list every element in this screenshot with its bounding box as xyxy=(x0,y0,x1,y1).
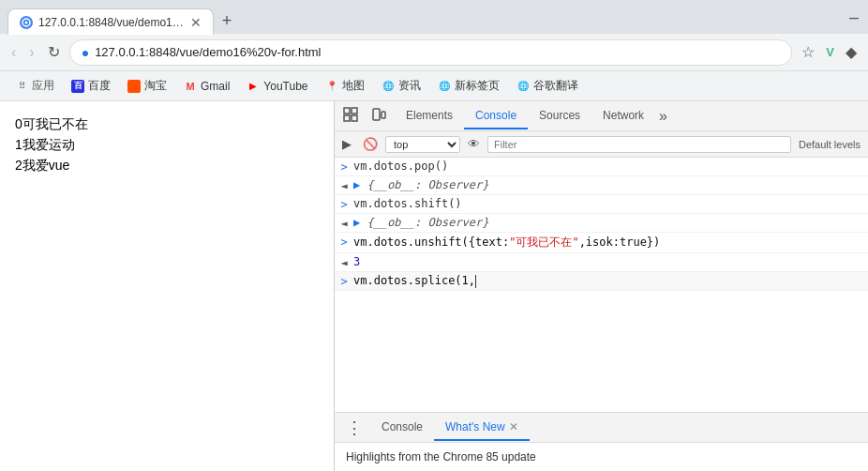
title-bar: 127.0.0.1:8848/vue/demo16 v... ✕ + – xyxy=(0,0,868,34)
bookmark-maps-label: 地图 xyxy=(342,78,365,94)
apps-icon: ⠿ xyxy=(15,80,28,93)
inspect-element-button[interactable] xyxy=(338,104,363,128)
back-button[interactable]: ‹ xyxy=(7,40,20,65)
svg-rect-7 xyxy=(382,112,385,118)
new-tab-button[interactable]: + xyxy=(214,8,240,34)
bookmark-translate-label: 谷歌翻译 xyxy=(533,78,578,94)
svg-rect-2 xyxy=(344,108,350,114)
url-text: 127.0.0.1:8848/vue/demo16%20v-for.html xyxy=(95,45,780,59)
taobao-icon: ☀ xyxy=(127,80,141,93)
bottom-tab-whats-new-label: What's New xyxy=(445,420,505,433)
console-arrow-2: ◄ xyxy=(335,178,353,192)
console-arrow-6: ◄ xyxy=(335,255,353,269)
bottom-tab-close-button[interactable]: ✕ xyxy=(509,420,518,433)
bookmark-news[interactable]: 🌐 资讯 xyxy=(374,74,428,98)
newtab-icon: 🌐 xyxy=(438,80,451,93)
bookmark-apps-label: 应用 xyxy=(32,78,54,94)
bookmark-youtube[interactable]: ▶ YouTube xyxy=(239,76,315,97)
svg-rect-3 xyxy=(352,108,357,114)
bookmark-taobao[interactable]: ☀ 淘宝 xyxy=(120,74,174,98)
list-text-1: 我爱运动 xyxy=(22,137,75,152)
console-content-3: vm.dotos.shift() xyxy=(353,197,864,210)
forward-button[interactable]: › xyxy=(25,40,37,65)
bottom-tab-whats-new[interactable]: What's New ✕ xyxy=(434,415,530,441)
vue-extension-icon[interactable]: V xyxy=(822,41,838,63)
bookmark-translate[interactable]: 🌐 谷歌翻译 xyxy=(509,74,586,98)
console-content-6: 3 xyxy=(353,255,864,268)
eye-icon-button[interactable]: 👁 xyxy=(464,135,484,153)
list-item-2: 2我爱vue xyxy=(15,158,319,175)
bottom-tab-console[interactable]: Console xyxy=(370,415,434,441)
bookmark-gmail-label: Gmail xyxy=(201,80,230,93)
youtube-icon: ▶ xyxy=(247,80,260,93)
tab-elements[interactable]: Elements xyxy=(395,103,464,129)
page-content: 0可我已不在 1我爱运动 2我爱vue xyxy=(0,101,334,471)
bookmarks-bar: ⠿ 应用 百 百度 ☀ 淘宝 M Gmail ▶ YouTube 📍 地图 🌐 … xyxy=(0,71,868,101)
console-prompt-7: > xyxy=(335,274,353,288)
bookmark-youtube-label: YouTube xyxy=(263,80,307,93)
console-line-1: > vm.dotos.pop() xyxy=(335,158,868,176)
devtools-more-tabs[interactable]: » xyxy=(655,104,671,129)
list-index-1: 1 xyxy=(15,137,22,152)
bookmark-news-label: 资讯 xyxy=(398,78,421,94)
url-bar[interactable]: ● 127.0.0.1:8848/vue/demo16%20v-for.html xyxy=(69,39,793,66)
bookmark-taobao-label: 淘宝 xyxy=(144,78,167,94)
console-content-4: ▶ {__ob__: Observer} xyxy=(353,216,864,229)
console-toolbar: ▶ 🚫 top 👁 Default levels xyxy=(335,131,868,158)
console-prompt-5: > xyxy=(335,235,353,249)
minimize-button[interactable]: – xyxy=(847,7,861,27)
extensions-icon[interactable]: ◆ xyxy=(842,39,861,65)
tab-sources[interactable]: Sources xyxy=(528,103,591,129)
tab-close-button[interactable]: ✕ xyxy=(190,16,202,29)
tab-network[interactable]: Network xyxy=(591,103,655,129)
browser-frame: 127.0.0.1:8848/vue/demo16 v... ✕ + – ‹ ›… xyxy=(0,0,868,471)
list-text-2: 我爱vue xyxy=(22,158,70,173)
bookmark-newtab[interactable]: 🌐 新标签页 xyxy=(430,74,507,98)
window-controls: – xyxy=(847,7,861,27)
svg-rect-6 xyxy=(373,109,380,120)
list-index-0: 0 xyxy=(15,116,22,131)
list-index-2: 2 xyxy=(15,158,22,173)
reload-button[interactable]: ↻ xyxy=(44,39,64,65)
expand-arrow-4[interactable]: ▶ xyxy=(353,216,360,229)
devtools-tabs: Elements Console Sources Network » xyxy=(395,103,853,129)
console-filter-input[interactable] xyxy=(487,136,791,153)
bottom-tab-console-label: Console xyxy=(382,420,423,433)
bookmark-icon[interactable]: ☆ xyxy=(798,39,818,65)
console-line-6: ◄ 3 xyxy=(335,253,868,272)
whats-new-text: Highlights from the Chrome 85 update xyxy=(346,450,536,463)
bookmark-baidu[interactable]: 百 百度 xyxy=(64,74,118,98)
device-toggle-button[interactable] xyxy=(367,104,391,128)
active-tab[interactable]: 127.0.0.1:8848/vue/demo16 v... ✕ xyxy=(7,8,214,35)
bookmark-apps[interactable]: ⠿ 应用 xyxy=(7,74,62,98)
bookmark-newtab-label: 新标签页 xyxy=(455,78,500,94)
tab-favicon xyxy=(20,16,33,29)
news-icon: 🌐 xyxy=(382,80,395,93)
address-bar: ‹ › ↻ ● 127.0.0.1:8848/vue/demo16%20v-fo… xyxy=(0,34,868,71)
console-run-button[interactable]: ▶ xyxy=(338,135,355,153)
console-context-select[interactable]: top xyxy=(385,136,460,153)
list-item-1: 1我爱运动 xyxy=(15,137,319,154)
default-levels-dropdown[interactable]: Default levels xyxy=(795,139,864,150)
maps-icon: 📍 xyxy=(325,80,338,93)
console-content-2: ▶ {__ob__: Observer} xyxy=(353,178,864,191)
main-area: 0可我已不在 1我爱运动 2我爱vue Elements xyxy=(0,101,868,471)
console-line-5: > vm.dotos.unshift({text:"可我已不在",isok:tr… xyxy=(335,233,868,253)
bookmark-gmail[interactable]: M Gmail xyxy=(176,76,237,97)
bookmark-baidu-label: 百度 xyxy=(88,78,111,94)
devtools-panel: Elements Console Sources Network » xyxy=(334,101,868,471)
bookmark-maps[interactable]: 📍 地图 xyxy=(318,74,372,98)
bottom-tabs: ⋮ Console What's New ✕ xyxy=(335,412,868,442)
expand-arrow-2[interactable]: ▶ xyxy=(353,178,360,191)
console-line-7[interactable]: > vm.dotos.splice(1, xyxy=(335,272,868,291)
console-content-5: vm.dotos.unshift({text:"可我已不在",isok:true… xyxy=(353,235,864,251)
console-clear-button[interactable]: 🚫 xyxy=(359,135,382,153)
svg-rect-4 xyxy=(344,115,350,121)
bottom-tab-menu[interactable]: ⋮ xyxy=(342,414,367,442)
tab-console[interactable]: Console xyxy=(464,103,528,129)
console-arrow-4: ◄ xyxy=(335,216,353,230)
console-prompt-1: > xyxy=(335,160,353,174)
console-output: > vm.dotos.pop() ◄ ▶ {__ob__: Observer} … xyxy=(335,158,868,412)
console-content-7: vm.dotos.splice(1, xyxy=(353,274,864,288)
toolbar-icons: ☆ V ◆ xyxy=(798,39,861,65)
